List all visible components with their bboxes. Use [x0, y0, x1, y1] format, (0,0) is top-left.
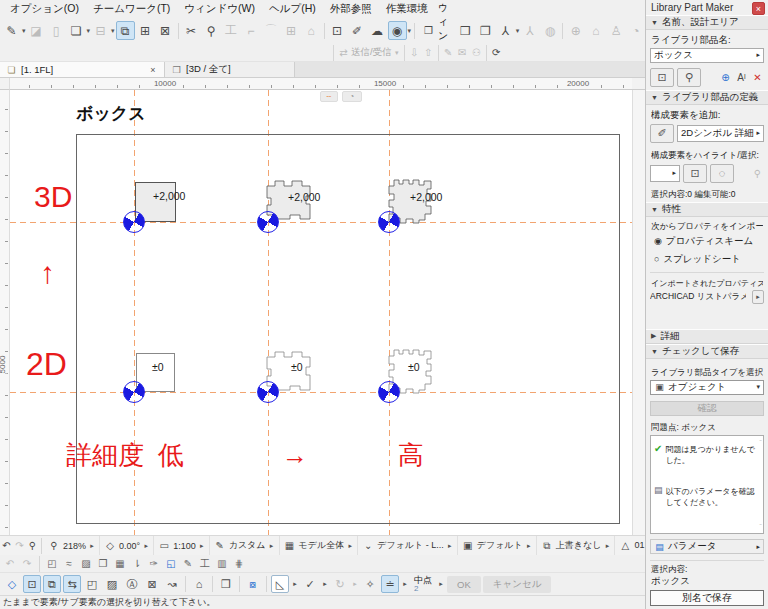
home-icon[interactable]: ⌂: [190, 575, 208, 593]
figure-icon[interactable]: ♙: [606, 21, 625, 40]
hotspot-marker[interactable]: [123, 381, 145, 403]
annotation-2d[interactable]: 2D: [26, 348, 67, 380]
renovation-control[interactable]: ⧉ 上書きなし ▸: [537, 536, 616, 555]
refresh-icon[interactable]: ⟳: [490, 46, 503, 59]
fill-icon[interactable]: ▦: [113, 557, 127, 571]
rotation-control[interactable]: ◇ 0.00° ▸: [100, 536, 154, 555]
magic-wand-icon[interactable]: ✧: [361, 575, 379, 593]
split-icon[interactable]: ✂: [182, 21, 201, 40]
person-icon[interactable]: ⅄: [520, 21, 539, 40]
subelement-select-icon[interactable]: ⧉: [43, 575, 61, 593]
eraser-icon[interactable]: ◪: [27, 21, 46, 40]
mesh-icon[interactable]: ⊕: [566, 21, 585, 40]
design-frame-icon[interactable]: ⊡: [650, 68, 674, 87]
radio-spreadsheet[interactable]: ○ スプレッドシート: [654, 253, 760, 266]
download-icon[interactable]: ⇩: [408, 46, 421, 59]
grid-snap-icon[interactable]: ⊞: [136, 21, 155, 40]
annotation-arrow-up[interactable]: ↑: [40, 258, 55, 288]
layer-control[interactable]: ✎ カスタム ▸: [210, 536, 280, 555]
lasso-select-icon[interactable]: ◌: [710, 164, 734, 183]
home-story-icon[interactable]: ⌂: [586, 21, 605, 40]
vertical-ruler[interactable]: 5000: [0, 90, 10, 535]
undo-view-icon[interactable]: ↶: [0, 539, 13, 552]
zoom-control[interactable]: ⚲ 218% ▸: [44, 536, 100, 555]
note-icon[interactable]: ✎: [442, 46, 455, 59]
cancel-button[interactable]: キャンセル: [483, 576, 552, 593]
message-icon[interactable]: ✉: [456, 46, 469, 59]
visibility-icon[interactable]: ◉: [388, 21, 407, 40]
coordinate-icon[interactable]: ⋕: [232, 557, 246, 571]
chevron-down-icon[interactable]: ▾: [22, 21, 26, 40]
redo-view-icon[interactable]: ↷: [13, 539, 26, 552]
close-icon[interactable]: ×: [148, 65, 158, 75]
annotate-icon[interactable]: ✑: [147, 557, 161, 571]
pen-icon[interactable]: ✎: [181, 557, 195, 571]
tab-3d[interactable]: ❒ [3D / 全て]: [165, 62, 295, 77]
zero-elevation-label[interactable]: ±0: [291, 361, 303, 373]
dimension-style-control[interactable]: ⌄ デフォルト - L... ▸: [358, 536, 458, 555]
issues-listbox[interactable]: ˆ ✔ 問題は見つかりませんでした。 ▤ 以下のパラメータを確認してください。 …: [650, 435, 764, 534]
component-type-dropdown[interactable]: 2Dシンボル 詳細 ▸: [677, 125, 764, 142]
copy-doc-icon[interactable]: ⧇: [244, 575, 262, 593]
cube-view-icon[interactable]: ❒: [456, 21, 475, 40]
section-name-design-area[interactable]: ▼ 名前、設計エリア: [646, 15, 768, 30]
upload-icon[interactable]: ⇧: [422, 46, 435, 59]
canvas-title[interactable]: ボックス: [76, 102, 146, 125]
zero-elevation-label[interactable]: ±0: [408, 361, 420, 373]
lock-icon[interactable]: ⊟: [91, 21, 110, 40]
text-style-icon[interactable]: Aᴵ: [735, 71, 748, 84]
guide-toggle-chip[interactable]: ╌: [320, 91, 338, 102]
elevation-label[interactable]: +2,000: [288, 191, 320, 203]
snap-point-indicator[interactable]: 中点 2: [411, 576, 435, 593]
annotation-high[interactable]: 高: [398, 442, 424, 468]
annotation-detail[interactable]: 詳細度: [66, 442, 144, 468]
chevron-down-icon[interactable]: ▾: [393, 43, 401, 62]
chevron-right-icon[interactable]: ▸: [437, 575, 445, 594]
menu-options[interactable]: オプション(O): [10, 2, 79, 16]
chevron-down-icon[interactable]: ▾: [516, 21, 520, 40]
zoom-to-area-icon[interactable]: ⚲: [677, 68, 701, 87]
section-details[interactable]: ▶ 詳細: [646, 329, 768, 344]
section-properties[interactable]: ▼ 特性: [646, 202, 768, 217]
menu-xref[interactable]: 外部参照: [330, 2, 372, 16]
menu-workenv[interactable]: 作業環境: [386, 2, 428, 16]
ok-button[interactable]: OK: [447, 576, 481, 593]
column-icon[interactable]: 工: [222, 21, 241, 40]
chevron-right-icon[interactable]: ▸: [756, 51, 760, 59]
elevation-label[interactable]: +2,000: [153, 190, 185, 202]
redo-icon[interactable]: ↷: [20, 557, 34, 571]
layout-icon[interactable]: ◱: [164, 557, 178, 571]
hotspot-marker[interactable]: [378, 381, 400, 403]
send-receive-icon[interactable]: ⇄: [337, 46, 350, 59]
add-circle-icon[interactable]: ⊕: [719, 71, 732, 84]
eye-toggle-chip[interactable]: ◔: [342, 91, 362, 102]
scroll-up-icon[interactable]: ˆ: [759, 438, 762, 447]
drawing-canvas[interactable]: ╌ ◔ ボックス 3D ↑ 2D 詳細度 低 → 高: [10, 90, 632, 535]
hotspot-marker[interactable]: [123, 211, 145, 233]
fillet-icon[interactable]: ⌒: [262, 21, 281, 40]
dock-icon[interactable]: ❒: [217, 575, 235, 593]
confirm-button[interactable]: 確認: [650, 401, 764, 416]
section-part-definition[interactable]: ▼ ライブラリ部品の定義: [646, 90, 768, 105]
user-icon[interactable]: ⚇: [470, 46, 483, 59]
align-icon[interactable]: ≈: [62, 557, 76, 571]
hotspot-marker[interactable]: [257, 211, 279, 233]
delete-x-icon[interactable]: ✕: [751, 71, 764, 84]
chevron-right-icon[interactable]: ▸: [351, 575, 359, 594]
model-filter-control[interactable]: ▦ モデル全体 ▸: [280, 536, 359, 555]
window-3d-button[interactable]: ❐ 3Dウィンドウ: [418, 20, 455, 41]
walk-icon[interactable]: ⅄: [496, 21, 515, 40]
stretch-icon[interactable]: ◰: [83, 575, 101, 593]
menu-help[interactable]: ヘルプ(H): [269, 2, 316, 16]
group-edit-icon[interactable]: ⧉: [116, 21, 135, 40]
check-icon[interactable]: ✓: [301, 575, 319, 593]
undo-icon[interactable]: ↶: [3, 557, 17, 571]
marquee-select-icon[interactable]: ⊡: [683, 164, 707, 183]
box-view-icon[interactable]: ❐: [476, 21, 495, 40]
annotation-low[interactable]: 低: [158, 442, 184, 468]
hotlink-icon[interactable]: ◰: [45, 557, 59, 571]
zero-elevation-label[interactable]: ±0: [152, 361, 164, 373]
chevron-right-icon[interactable]: ▸: [291, 575, 299, 594]
chevron-right-icon[interactable]: ▸: [321, 575, 329, 594]
window-tool-icon[interactable]: ⊞: [282, 21, 301, 40]
